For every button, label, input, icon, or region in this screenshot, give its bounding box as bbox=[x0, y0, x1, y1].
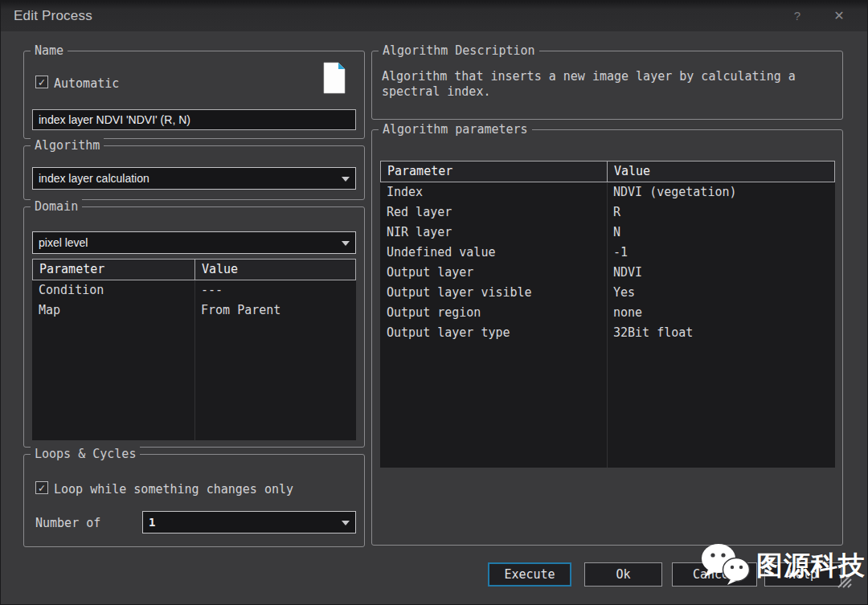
param-cell: Output region bbox=[380, 303, 607, 323]
domain-group: Domain pixel level Parameter Value Condi… bbox=[23, 206, 365, 448]
loop-while-checkbox[interactable]: ✓ bbox=[35, 481, 48, 494]
dialog-title: Edit Process bbox=[14, 8, 92, 24]
algorithm-group: Algorithm index layer calculation bbox=[23, 145, 365, 200]
param-cell: Index bbox=[380, 182, 607, 202]
value-cell: -1 bbox=[607, 243, 835, 263]
domain-select[interactable]: pixel level bbox=[32, 231, 356, 254]
chevron-down-icon bbox=[342, 241, 350, 246]
chevron-down-icon bbox=[342, 521, 350, 525]
checkmark-icon: ✓ bbox=[39, 76, 45, 88]
algorithm-group-label: Algorithm bbox=[31, 138, 104, 153]
column-header[interactable]: Parameter bbox=[33, 260, 195, 280]
domain-parameter-table: Parameter Value Condition --- Map From P… bbox=[32, 259, 356, 440]
number-of-select[interactable]: 1 bbox=[142, 511, 356, 533]
parameters-group-label: Algorithm parameters bbox=[379, 122, 532, 137]
process-name-input[interactable] bbox=[32, 109, 356, 130]
value-cell: N bbox=[607, 223, 835, 243]
algorithm-select[interactable]: index layer calculation bbox=[32, 167, 356, 190]
param-cell: Map bbox=[32, 300, 194, 321]
param-cell: Output layer visible bbox=[380, 283, 607, 303]
automatic-checkbox-label: Automatic bbox=[54, 76, 119, 91]
value-cell: Yes bbox=[607, 283, 835, 303]
description-group-label: Algorithm Description bbox=[379, 43, 539, 58]
table-row[interactable]: Undefined value -1 bbox=[380, 243, 835, 263]
value-cell: NDVI (vegetation) bbox=[607, 182, 835, 202]
table-row[interactable]: Output region none bbox=[380, 303, 835, 323]
loops-cycles-group: Loops & Cycles ✓ Loop while something ch… bbox=[23, 454, 365, 547]
table-row[interactable]: Red layer R bbox=[380, 202, 835, 223]
column-divider bbox=[194, 280, 195, 440]
column-divider bbox=[607, 182, 608, 468]
table-row[interactable]: NIR layer N bbox=[380, 223, 835, 243]
execute-button[interactable]: Execute bbox=[488, 562, 571, 587]
number-of-value: 1 bbox=[149, 516, 155, 529]
ok-button[interactable]: Ok bbox=[584, 562, 662, 587]
close-icon[interactable]: ✕ bbox=[829, 7, 850, 25]
help-icon[interactable]: ? bbox=[787, 7, 808, 25]
table-row[interactable]: Output layer visible Yes bbox=[380, 283, 835, 303]
algorithm-selected-value: index layer calculation bbox=[39, 172, 149, 185]
name-group-label: Name bbox=[31, 43, 68, 58]
param-cell: Output layer bbox=[380, 263, 607, 283]
algorithm-description-text: Algorithm that inserts a new image layer… bbox=[382, 69, 825, 100]
value-cell: R bbox=[607, 202, 835, 223]
value-cell: none bbox=[607, 303, 835, 323]
value-cell: NDVI bbox=[607, 263, 835, 283]
new-document-icon[interactable] bbox=[321, 62, 347, 94]
column-header[interactable]: Parameter bbox=[381, 161, 608, 182]
algorithm-description-group: Algorithm Description Algorithm that ins… bbox=[371, 51, 843, 120]
help-button[interactable]: Help bbox=[764, 562, 841, 587]
checkmark-icon: ✓ bbox=[39, 481, 45, 494]
edit-process-dialog: Edit Process ? ✕ Name ✓ Automatic Algori… bbox=[0, 0, 868, 605]
value-cell: From Parent bbox=[194, 300, 356, 321]
param-cell: NIR layer bbox=[380, 223, 607, 243]
name-group: Name ✓ Automatic bbox=[23, 51, 365, 139]
value-cell: 32Bit float bbox=[607, 323, 835, 343]
table-row[interactable]: Index NDVI (vegetation) bbox=[380, 182, 835, 202]
param-cell: Undefined value bbox=[380, 243, 607, 263]
value-cell: --- bbox=[194, 280, 356, 300]
table-row[interactable]: Output layer NDVI bbox=[380, 263, 835, 283]
chevron-down-icon bbox=[342, 177, 350, 182]
table-header-row: Parameter Value bbox=[380, 161, 835, 182]
table-row[interactable]: Output layer type 32Bit float bbox=[380, 323, 835, 343]
automatic-checkbox[interactable]: ✓ bbox=[35, 76, 48, 88]
param-cell: Red layer bbox=[380, 202, 607, 223]
loop-while-checkbox-label: Loop while something changes only bbox=[54, 482, 293, 497]
param-cell: Condition bbox=[32, 280, 194, 300]
number-of-label: Number of bbox=[35, 516, 100, 530]
titlebar[interactable]: Edit Process ? ✕ bbox=[1, 1, 868, 31]
algorithm-parameters-group: Algorithm parameters Parameter Value Ind… bbox=[371, 129, 843, 546]
table-header-row: Parameter Value bbox=[32, 259, 356, 280]
column-header[interactable]: Value bbox=[608, 161, 834, 182]
resize-grip-icon[interactable] bbox=[832, 568, 853, 592]
column-header[interactable]: Value bbox=[195, 260, 355, 280]
cancel-button[interactable]: Cancel bbox=[672, 562, 757, 587]
algorithm-parameter-table: Parameter Value Index NDVI (vegetation) … bbox=[380, 161, 835, 468]
loops-group-label: Loops & Cycles bbox=[31, 447, 140, 461]
domain-group-label: Domain bbox=[31, 199, 82, 214]
param-cell: Output layer type bbox=[380, 323, 607, 343]
domain-selected-value: pixel level bbox=[39, 236, 88, 249]
